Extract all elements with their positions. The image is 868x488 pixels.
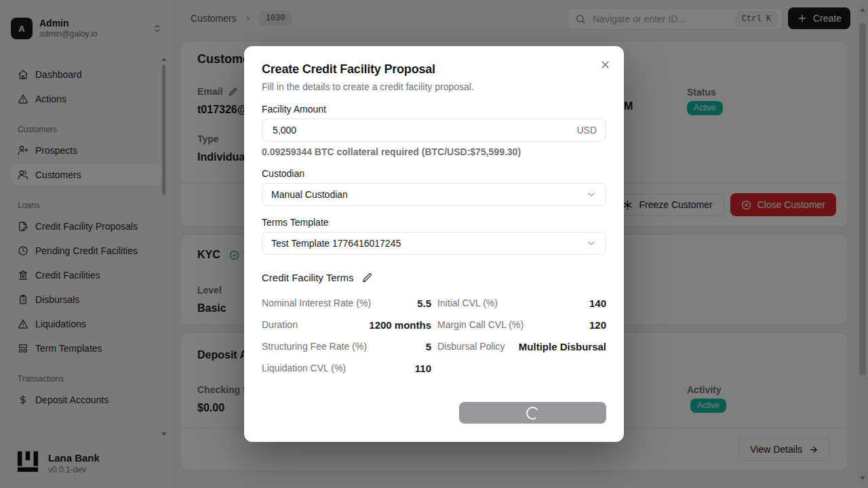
chevron-down-icon bbox=[586, 238, 597, 249]
term-structuring-fee-rate: Structuring Fee Rate (%)5 bbox=[262, 336, 431, 357]
create-credit-facility-proposal-modal: Create Credit Facility Proposal Fill in … bbox=[244, 46, 624, 442]
terms-grid: Nominal Interest Rate (%)5.5 Duration120… bbox=[262, 292, 606, 379]
chevron-down-icon bbox=[586, 189, 597, 200]
custodian-select[interactable]: Manual Custodian bbox=[262, 183, 606, 206]
terms-template-select[interactable]: Test Template 1776416017245 bbox=[262, 232, 606, 255]
collateral-helper-text: 0.09259344 BTC collateral required (BTC/… bbox=[262, 146, 606, 157]
loading-spinner-icon bbox=[525, 405, 540, 420]
submit-button[interactable] bbox=[459, 402, 606, 424]
edit-pencil-icon[interactable] bbox=[361, 272, 373, 283]
terms-template-value: Test Template 1776416017245 bbox=[271, 238, 401, 249]
credit-facility-terms-heading: Credit Facility Terms bbox=[262, 272, 606, 283]
term-disbursal-policy: Disbursal PolicyMultiple Disbursal bbox=[437, 336, 606, 357]
custodian-label: Custodian bbox=[262, 168, 606, 179]
close-icon[interactable] bbox=[599, 58, 612, 73]
facility-amount-field: USD bbox=[262, 119, 606, 142]
terms-template-label: Terms Template bbox=[262, 217, 606, 228]
term-initial-cvl: Initial CVL (%)140 bbox=[437, 292, 606, 314]
term-duration: Duration1200 months bbox=[262, 314, 431, 336]
currency-suffix: USD bbox=[576, 125, 597, 136]
term-margin-call-cvl: Margin Call CVL (%)120 bbox=[437, 314, 606, 336]
term-liquidation-cvl: Liquidation CVL (%)110 bbox=[262, 357, 431, 379]
term-nominal-interest-rate: Nominal Interest Rate (%)5.5 bbox=[262, 292, 431, 314]
modal-title: Create Credit Facility Proposal bbox=[262, 62, 606, 77]
modal-subtitle: Fill in the details to create a credit f… bbox=[262, 81, 606, 92]
custodian-value: Manual Custodian bbox=[271, 189, 348, 200]
facility-amount-label: Facility Amount bbox=[262, 104, 606, 115]
facility-amount-input[interactable] bbox=[271, 124, 571, 136]
